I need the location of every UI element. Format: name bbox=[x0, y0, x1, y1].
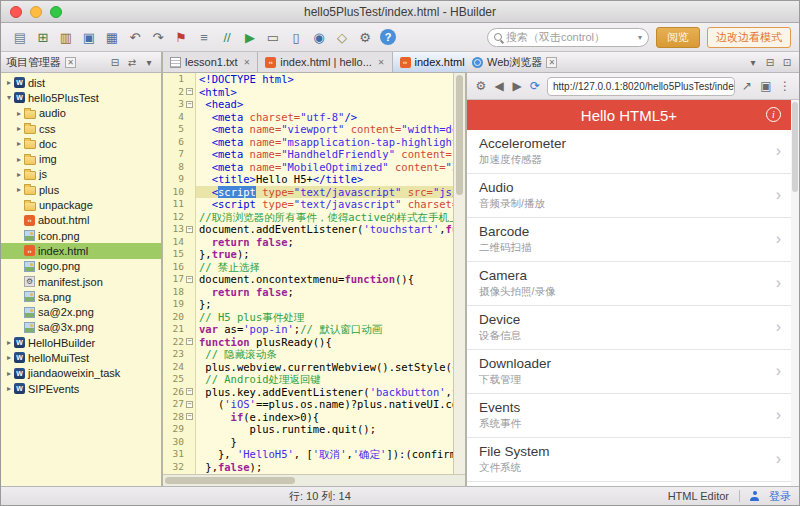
link-editor-icon[interactable]: ⇄ bbox=[125, 57, 139, 68]
search-input[interactable] bbox=[506, 31, 634, 43]
list-item-Audio[interactable]: Audio音频录制/播放› bbox=[467, 174, 791, 218]
tree-item-about.html[interactable]: about.html bbox=[1, 213, 161, 228]
help-icon[interactable]: ? bbox=[380, 29, 396, 45]
list-item-Barcode[interactable]: Barcode二维码扫描› bbox=[467, 218, 791, 262]
expand-arrow-icon[interactable]: ▸ bbox=[14, 170, 24, 179]
login-link[interactable]: 登录 bbox=[769, 489, 791, 504]
more-icon[interactable]: ⋮ bbox=[777, 79, 793, 93]
zoom-window-button[interactable] bbox=[50, 6, 62, 18]
capture-icon[interactable]: ▣ bbox=[758, 79, 774, 93]
tree-item-manifest.json[interactable]: manifest.json bbox=[1, 274, 161, 289]
minimize-icon[interactable]: ⊟ bbox=[763, 57, 777, 68]
redo-icon[interactable]: ↷ bbox=[147, 27, 169, 48]
tree-item-css[interactable]: ▸css bbox=[1, 121, 161, 136]
tab-lesson1.txt[interactable]: lesson1.txt✕ bbox=[163, 52, 258, 72]
new-project-icon[interactable]: ⊞ bbox=[32, 27, 54, 48]
tree-item-sa@2x.png[interactable]: sa@2x.png bbox=[1, 304, 161, 319]
expand-arrow-icon[interactable]: ▸ bbox=[14, 109, 24, 118]
refresh-icon[interactable]: ⟳ bbox=[527, 79, 543, 93]
save-all-icon[interactable]: ▦ bbox=[101, 27, 123, 48]
tree-item-helloMuiTest[interactable]: ▸helloMuiTest bbox=[1, 350, 161, 365]
maximize-icon[interactable]: ⊡ bbox=[780, 57, 794, 68]
view-menu-icon[interactable]: ▾ bbox=[142, 57, 156, 68]
search-box[interactable]: ▾ bbox=[487, 28, 649, 47]
view-menu-icon[interactable]: ▾ bbox=[746, 57, 760, 68]
tree-item-icon.png[interactable]: icon.png bbox=[1, 228, 161, 243]
list-item-File System[interactable]: File System文件系统› bbox=[467, 438, 791, 482]
close-view-icon[interactable]: ✕ bbox=[65, 57, 76, 68]
tree-item-unpackage[interactable]: unpackage bbox=[1, 197, 161, 212]
package-icon[interactable]: ◇ bbox=[331, 27, 353, 48]
list-item-Events[interactable]: Events系统事件› bbox=[467, 394, 791, 438]
tab-index.html | hello...[interactable]: index.html | hello...✕ bbox=[258, 52, 392, 72]
list-item-Downloader[interactable]: Downloader下载管理› bbox=[467, 350, 791, 394]
info-icon[interactable]: i bbox=[766, 107, 781, 122]
browser-scrollbar[interactable] bbox=[791, 100, 799, 486]
browser-settings-icon[interactable]: ⚙ bbox=[473, 79, 489, 93]
expand-arrow-icon[interactable]: ▸ bbox=[4, 384, 14, 393]
fold-collapse-icon[interactable]: − bbox=[186, 338, 193, 345]
editor-horizontal-scrollbar[interactable] bbox=[163, 474, 465, 486]
save-icon[interactable]: ▣ bbox=[78, 27, 100, 48]
tree-item-SIPEvents[interactable]: ▸SIPEvents bbox=[1, 381, 161, 396]
expand-arrow-icon[interactable]: ▸ bbox=[14, 155, 24, 164]
expand-arrow-icon[interactable]: ▸ bbox=[4, 353, 14, 362]
new-file-icon[interactable]: ▤ bbox=[9, 27, 31, 48]
fold-collapse-icon[interactable]: − bbox=[186, 413, 193, 420]
device-icon[interactable]: ▭ bbox=[262, 27, 284, 48]
fold-collapse-icon[interactable]: − bbox=[186, 388, 193, 395]
format-icon[interactable]: ≡ bbox=[193, 27, 215, 48]
url-field[interactable]: http://127.0.0.1:8020/hello5PlusTest/ind… bbox=[547, 77, 735, 96]
tree-item-img[interactable]: ▸img bbox=[1, 151, 161, 166]
fold-collapse-icon[interactable]: − bbox=[186, 401, 193, 408]
tree-item-HelloHBuilder[interactable]: ▸HelloHBuilder bbox=[1, 335, 161, 350]
back-icon[interactable]: ◀ bbox=[491, 79, 507, 93]
tree-item-sa.png[interactable]: sa.png bbox=[1, 289, 161, 304]
tree-item-jiandaoweixin_task[interactable]: ▸jiandaoweixin_task bbox=[1, 366, 161, 381]
list-item-Device[interactable]: Device设备信息› bbox=[467, 306, 791, 350]
tree-item-js[interactable]: ▸js bbox=[1, 167, 161, 182]
project-tree[interactable]: ▸dist▾hello5PlusTest▸audio▸css▸doc▸img▸j… bbox=[1, 73, 161, 486]
web-browser-tab[interactable]: Web浏览器 ✕ bbox=[472, 55, 557, 70]
tree-item-sa@3x.png[interactable]: sa@3x.png bbox=[1, 320, 161, 335]
phone-icon[interactable]: ▯ bbox=[285, 27, 307, 48]
expand-arrow-icon[interactable]: ▸ bbox=[4, 78, 14, 87]
editor-vertical-scrollbar[interactable] bbox=[453, 73, 465, 474]
tree-item-logo.png[interactable]: logo.png bbox=[1, 259, 161, 274]
expand-arrow-icon[interactable]: ▸ bbox=[14, 139, 24, 148]
close-window-button[interactable] bbox=[10, 6, 22, 18]
code-editor[interactable]: 12−3−45678910111213−14151617−1819202122−… bbox=[163, 73, 453, 474]
run-icon[interactable]: ▶ bbox=[239, 27, 261, 48]
editor-vscroll-thumb[interactable] bbox=[456, 75, 463, 195]
fold-collapse-icon[interactable]: − bbox=[186, 88, 193, 95]
live-edit-mode-button[interactable]: 边改边看模式 bbox=[707, 27, 791, 48]
tree-item-plus[interactable]: ▸plus bbox=[1, 182, 161, 197]
open-icon[interactable]: ▥ bbox=[55, 27, 77, 48]
comment-icon[interactable]: // bbox=[216, 27, 238, 48]
bookmark-icon[interactable]: ⚑ bbox=[170, 27, 192, 48]
browser-icon[interactable]: ◉ bbox=[308, 27, 330, 48]
list-item-Accelerometer[interactable]: Accelerometer加速度传感器› bbox=[467, 130, 791, 174]
expand-arrow-icon[interactable]: ▸ bbox=[14, 124, 24, 133]
forward-icon[interactable]: ▶ bbox=[509, 79, 525, 93]
fold-collapse-icon[interactable]: − bbox=[186, 226, 193, 233]
tree-item-doc[interactable]: ▸doc bbox=[1, 136, 161, 151]
minimize-window-button[interactable] bbox=[30, 6, 42, 18]
close-tab-icon[interactable]: ✕ bbox=[244, 58, 251, 67]
tree-item-dist[interactable]: ▸dist bbox=[1, 75, 161, 90]
tree-item-index.html[interactable]: index.html bbox=[1, 243, 161, 258]
tree-item-audio[interactable]: ▸audio bbox=[1, 106, 161, 121]
editor-hscroll-thumb[interactable] bbox=[165, 477, 295, 484]
close-browser-view-icon[interactable]: ✕ bbox=[546, 57, 557, 68]
fold-collapse-icon[interactable]: − bbox=[186, 101, 193, 108]
collapse-all-icon[interactable]: ⊟ bbox=[108, 57, 122, 68]
tree-item-hello5PlusTest[interactable]: ▾hello5PlusTest bbox=[1, 90, 161, 105]
expand-arrow-icon[interactable]: ▸ bbox=[4, 369, 14, 378]
undo-icon[interactable]: ↶ bbox=[124, 27, 146, 48]
expand-arrow-icon[interactable]: ▾ bbox=[4, 93, 14, 102]
list-item-Camera[interactable]: Camera摄像头拍照/录像› bbox=[467, 262, 791, 306]
fold-collapse-icon[interactable]: − bbox=[186, 276, 193, 283]
expand-arrow-icon[interactable]: ▸ bbox=[4, 338, 14, 347]
browser-scroll-thumb[interactable] bbox=[792, 102, 798, 192]
expand-arrow-icon[interactable]: ▸ bbox=[14, 185, 24, 194]
